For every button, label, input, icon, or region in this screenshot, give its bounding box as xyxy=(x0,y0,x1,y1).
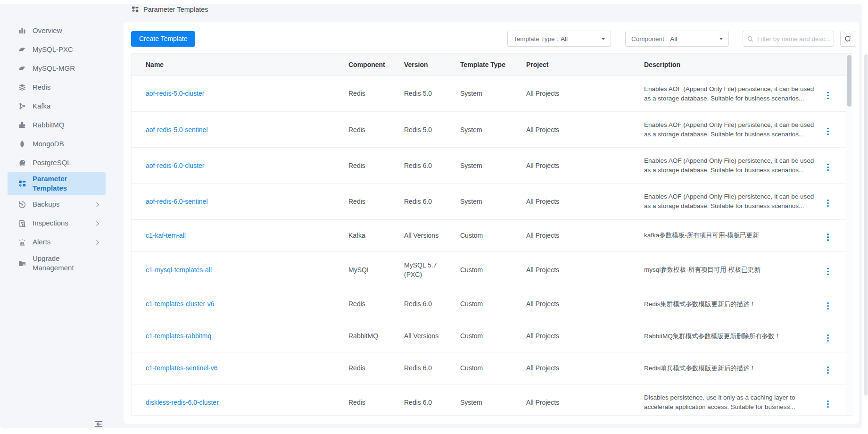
template-name-link[interactable]: diskless-redis-6.0-cluster xyxy=(146,399,219,406)
mysql-icon xyxy=(18,64,26,73)
refresh-button[interactable] xyxy=(840,31,855,47)
page-scrollbar-thumb[interactable] xyxy=(864,54,868,396)
sidebar-item-redis[interactable]: Redis xyxy=(8,78,106,97)
sidebar-item-mysql-mgr[interactable]: MySQL-MGR xyxy=(8,59,106,78)
sidebar-item-rabbitmq[interactable]: RabbitMQ xyxy=(8,116,106,134)
description-cell: Enables AOF (Append Only File) persisten… xyxy=(644,76,823,112)
template-type-filter[interactable]: Template Type : All xyxy=(507,31,611,47)
parameter-templates-icon xyxy=(131,5,139,13)
template-type-cell: System xyxy=(460,112,526,148)
search-input[interactable] xyxy=(757,35,830,42)
column-header-template-type: Template Type xyxy=(460,54,526,76)
component-cell: Redis xyxy=(348,112,404,148)
sidebar-item-kafka[interactable]: Kafka xyxy=(8,97,106,116)
sidebar-item-label: MySQL-PXC xyxy=(33,45,94,54)
table-scrollbar-thumb[interactable] xyxy=(847,55,851,107)
breadcrumb: Parameter Templates xyxy=(131,5,208,13)
version-cell: Redis 6.0 xyxy=(404,384,460,416)
component-cell: RabbitMQ xyxy=(348,320,404,352)
overview-icon xyxy=(18,26,26,35)
version-cell: All Versions xyxy=(404,320,460,352)
template-name-link[interactable]: c1-mysql-templates-all xyxy=(146,266,212,274)
description-cell: Disables persistence, use it only as a c… xyxy=(644,384,823,416)
component-cell: MySQL xyxy=(348,251,404,288)
description-cell: Enables AOF (Append Only File) persisten… xyxy=(644,148,823,184)
project-cell: All Projects xyxy=(526,320,644,352)
sidebar-item-label: Overview xyxy=(33,26,94,35)
row-actions-menu-icon[interactable] xyxy=(823,162,833,173)
description-cell: Enables AOF (Append Only File) persisten… xyxy=(644,112,823,148)
sidebar-item-upgrade-management[interactable]: Upgrade Management xyxy=(8,252,106,275)
version-cell: Redis 6.0 xyxy=(404,352,460,384)
column-header-description: Description xyxy=(644,54,823,76)
sidebar-item-label: Backups xyxy=(33,200,94,209)
row-actions-menu-icon[interactable] xyxy=(823,232,833,243)
template-name-link[interactable]: aof-redis-6.0-sentinel xyxy=(146,198,208,205)
project-cell: All Projects xyxy=(526,384,644,416)
table-row: c1-kaf-tem-allKafkaAll VersionsCustomAll… xyxy=(132,219,847,251)
row-actions-menu-icon[interactable] xyxy=(823,126,833,137)
sidebar-item-mysql-pxc[interactable]: MySQL-PXC xyxy=(8,40,106,59)
project-cell: All Projects xyxy=(526,76,644,112)
actions-cell xyxy=(823,352,847,384)
table-header: NameComponentVersionTemplate TypeProject… xyxy=(132,54,847,76)
filter-value: All xyxy=(670,35,677,42)
sidebar-item-overview[interactable]: Overview xyxy=(8,21,106,40)
template-name-link[interactable]: c1-templates-rabbitmq xyxy=(146,332,211,340)
actions-cell xyxy=(823,219,847,251)
version-cell: Redis 6.0 xyxy=(404,148,460,184)
table-scrollbar-track xyxy=(846,54,853,415)
actions-cell xyxy=(823,76,847,112)
row-actions-menu-icon[interactable] xyxy=(823,90,833,101)
kafka-icon xyxy=(18,102,26,110)
filter-value: All xyxy=(561,35,568,42)
sidebar-item-label: RabbitMQ xyxy=(33,120,94,130)
sidebar-item-label: MongoDB xyxy=(33,139,94,149)
create-template-button[interactable]: Create Template xyxy=(131,31,195,47)
sidebar-item-postgresql[interactable]: PostgreSQL xyxy=(8,153,106,172)
row-actions-menu-icon[interactable] xyxy=(823,198,833,209)
sidebar: OverviewMySQL-PXCMySQL-MGRRedisKafkaRabb… xyxy=(0,21,113,275)
version-cell: All Versions xyxy=(404,219,460,251)
column-header-component: Component xyxy=(348,54,404,76)
actions-cell xyxy=(823,320,847,352)
row-actions-menu-icon[interactable] xyxy=(823,399,833,410)
content-card: Create Template Template Type : All Comp… xyxy=(124,22,859,424)
actions-cell xyxy=(823,184,847,219)
component-cell: Redis xyxy=(348,148,404,184)
sidebar-item-inspections[interactable]: Inspections xyxy=(8,214,106,233)
component-cell: Redis xyxy=(348,76,404,112)
template-name-link[interactable]: aof-redis-6.0-cluster xyxy=(146,162,205,169)
row-actions-menu-icon[interactable] xyxy=(823,266,833,277)
table-row: c1-templates-sentinel-v6RedisRedis 6.0Cu… xyxy=(132,352,847,384)
row-actions-menu-icon[interactable] xyxy=(823,333,833,344)
version-cell: Redis 5.0 xyxy=(404,76,460,112)
sidebar-item-alerts[interactable]: Alerts xyxy=(8,233,106,252)
template-name-link[interactable]: aof-redis-5.0-cluster xyxy=(146,90,205,97)
redis-icon xyxy=(18,83,26,92)
row-actions-menu-icon[interactable] xyxy=(823,300,833,312)
collapse-sidebar-icon[interactable] xyxy=(93,419,104,429)
sidebar-item-backups[interactable]: Backups xyxy=(8,195,106,214)
chevron-right-icon xyxy=(94,239,101,246)
row-actions-menu-icon[interactable] xyxy=(823,365,833,376)
table-row: c1-templates-rabbitmqRabbitMQAll Version… xyxy=(132,320,847,352)
template-name-link[interactable]: aof-redis-5.0-sentinel xyxy=(146,126,208,134)
template-name-link[interactable]: c1-kaf-tem-all xyxy=(146,232,186,239)
column-header-version: Version xyxy=(404,54,460,76)
version-cell: MySQL 5.7 (PXC) xyxy=(404,251,460,288)
template-name-link[interactable]: c1-templates-cluster-v6 xyxy=(146,300,215,308)
column-header-name: Name xyxy=(132,54,348,76)
sidebar-item-mongodb[interactable]: MongoDB xyxy=(8,134,106,153)
template-type-cell: System xyxy=(460,148,526,184)
mongodb-icon xyxy=(18,140,26,148)
page-title: Parameter Templates xyxy=(143,6,208,13)
project-cell: All Projects xyxy=(526,251,644,288)
sidebar-item-parameter-templates[interactable]: Parameter Templates xyxy=(8,172,106,195)
component-filter[interactable]: Component : All xyxy=(625,31,729,47)
template-type-cell: System xyxy=(460,384,526,416)
sidebar-item-label: Parameter Templates xyxy=(33,174,94,193)
template-type-cell: System xyxy=(460,76,526,112)
upgrade-management-icon xyxy=(18,259,26,267)
template-name-link[interactable]: c1-templates-sentinel-v6 xyxy=(146,364,218,372)
